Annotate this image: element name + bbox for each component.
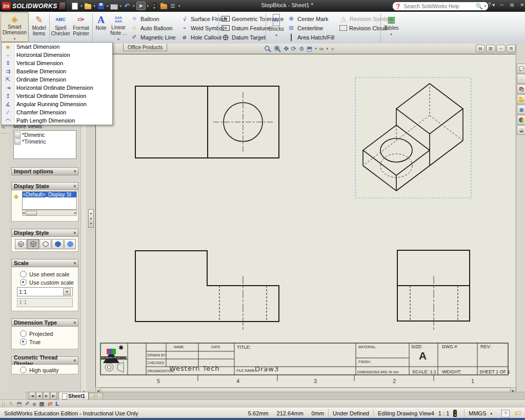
custom-scale-radio-icon[interactable] bbox=[20, 279, 27, 286]
display-style-icon[interactable]: ⬒ bbox=[307, 45, 312, 52]
new-document-icon[interactable] bbox=[71, 2, 79, 10]
view-option-dimetric[interactable]: *Dimetric bbox=[14, 131, 75, 138]
print-icon[interactable] bbox=[110, 2, 118, 10]
display-style-group-header[interactable]: Display Style « bbox=[11, 229, 78, 237]
high-quality-radio-icon[interactable] bbox=[20, 367, 27, 373]
tab-sheet1[interactable]: Sheet1 bbox=[58, 392, 89, 400]
menu-item-chamfer-dimension[interactable]: ∕ Chamfer Dimension bbox=[2, 108, 112, 116]
units-dropdown-icon[interactable]: ▴ bbox=[490, 411, 492, 415]
pan-icon[interactable]: ✥ bbox=[284, 45, 289, 52]
open-icon[interactable] bbox=[84, 2, 92, 10]
home-icon[interactable]: ⌂ bbox=[517, 74, 525, 84]
wireframe-style-button[interactable] bbox=[15, 239, 27, 249]
display-state-list[interactable]: <Default>_Display St bbox=[22, 191, 77, 210]
design-library-icon[interactable]: 📚 bbox=[517, 84, 525, 94]
select-tool-icon[interactable]: ➤ bbox=[136, 2, 146, 10]
menu-item-baseline-dimension[interactable]: ⇉ Baseline Dimension bbox=[2, 67, 112, 75]
add-sheet-tab[interactable]: 🗔 bbox=[89, 393, 103, 400]
surface-finish-button[interactable]: √Surface Finish bbox=[180, 14, 227, 23]
true-radio[interactable]: True bbox=[20, 338, 77, 345]
minimize-button[interactable]: ─ bbox=[497, 2, 506, 8]
shaded-with-edges-style-button[interactable] bbox=[52, 239, 64, 249]
model-items-button[interactable]: ✎ Model Items bbox=[30, 12, 48, 42]
custom-properties-icon[interactable]: ⬓ bbox=[517, 125, 525, 135]
trimetric-checkbox[interactable] bbox=[14, 138, 21, 145]
line-style-icon[interactable]: ≡ bbox=[33, 401, 36, 407]
view-palette-icon[interactable]: ▦ bbox=[517, 105, 525, 114]
hole-callout-button[interactable]: ⌀Hole Callout bbox=[180, 33, 221, 42]
menu-item-vertical-ordinate-dimension[interactable]: ↥ Vertical Ordinate Dimension bbox=[2, 92, 112, 100]
magnetic-line-button[interactable]: ✐Magnetic Line bbox=[130, 33, 176, 42]
search-input[interactable] bbox=[402, 3, 474, 10]
display-state-group-header[interactable]: Display State « bbox=[11, 182, 78, 190]
view-option-trimetric[interactable]: *Trimetric bbox=[14, 138, 75, 145]
menu-item-angular-running-dimension[interactable]: ∡ Angular Running Dimension bbox=[2, 100, 112, 108]
doc-layout2-icon[interactable]: ▥ bbox=[486, 45, 495, 52]
note-button[interactable]: A Note bbox=[93, 12, 109, 42]
line-color-icon[interactable]: ⬒ bbox=[16, 401, 22, 407]
tab-office-products[interactable]: Office Products bbox=[123, 44, 167, 51]
undo-icon[interactable]: ↶ bbox=[123, 2, 131, 10]
last-sheet-icon[interactable]: ▶| bbox=[50, 392, 57, 399]
use-custom-scale-radio[interactable]: Use custom scale bbox=[20, 279, 77, 286]
centerline-button[interactable]: ⊟Centerline bbox=[287, 24, 323, 32]
scale-combo-dropdown-icon[interactable]: ▾ bbox=[63, 288, 71, 295]
sheet-scale-radio-icon[interactable] bbox=[20, 271, 27, 277]
save-icon[interactable] bbox=[97, 2, 105, 10]
format-painter-button[interactable]: ✑ Format Painter bbox=[71, 12, 91, 42]
spell-checker-button[interactable]: ABC Spell Checker bbox=[50, 12, 71, 42]
area-hatch-button[interactable]: Area Hatch/Fill bbox=[287, 33, 334, 42]
prev-sheet-icon[interactable]: ◀ bbox=[36, 392, 43, 399]
shaded-style-button[interactable] bbox=[64, 239, 76, 249]
doc-restore-button[interactable]: ⧉ bbox=[507, 45, 516, 52]
drawing-sheet-canvas[interactable]: ✱ 3RD ANGLE PROJECTION NAME DATE TITLE: … bbox=[95, 54, 515, 388]
rotate-view-icon[interactable]: ⟳ bbox=[291, 45, 296, 52]
menu-item-ordinate-dimension[interactable]: ⇱ Ordinate Dimension bbox=[2, 75, 112, 84]
center-mark-button[interactable]: ⊕Center Mark bbox=[287, 14, 329, 23]
first-sheet-icon[interactable]: |◀ bbox=[29, 392, 35, 399]
appearances-icon[interactable] bbox=[517, 115, 525, 125]
more-views-listbox[interactable]: *Dimetric *Trimetric bbox=[13, 130, 76, 159]
hide-show-dropdown-icon[interactable]: ▾ bbox=[326, 47, 328, 51]
cosmetic-thread-group-header[interactable]: Cosmetic Thread Display « bbox=[11, 356, 78, 365]
datum-feature-button[interactable]: ADatum Feature bbox=[221, 24, 269, 32]
file-explorer-icon[interactable] bbox=[517, 94, 525, 104]
search-icon[interactable]: 🔍 bbox=[476, 3, 483, 10]
weld-symbol-button[interactable]: ⌁Weld Symbol bbox=[180, 24, 224, 32]
display-state-hscrollbar[interactable]: ◀ ▶ bbox=[22, 210, 77, 216]
hidden-lines-visible-style-button[interactable] bbox=[27, 239, 39, 249]
search-dropdown-icon[interactable]: ▾ bbox=[484, 4, 486, 8]
quick-tips-icon[interactable]: ? bbox=[501, 410, 510, 417]
projected-radio[interactable]: Projected bbox=[20, 330, 77, 337]
help-menu-icon[interactable]: ? ▾ bbox=[487, 2, 496, 8]
file-properties-icon[interactable] bbox=[159, 2, 168, 10]
color-display-mode-icon[interactable]: ⇄ bbox=[48, 401, 52, 407]
true-radio-icon[interactable] bbox=[20, 338, 27, 345]
zoom-area-icon[interactable] bbox=[274, 45, 281, 52]
high-quality-radio[interactable]: High quality bbox=[20, 367, 77, 373]
zoom-fit-icon[interactable] bbox=[264, 45, 271, 52]
rebuild-traffic-light-icon[interactable] bbox=[150, 2, 158, 10]
datum-target-button[interactable]: ⨁Datum Target bbox=[221, 33, 266, 42]
blocks-button[interactable]: A Blocks ▾ bbox=[267, 12, 286, 42]
close-button[interactable]: ✕ bbox=[518, 2, 525, 8]
line-thickness-icon[interactable]: ✐ bbox=[25, 401, 30, 407]
menu-item-horizontal-dimension[interactable]: ⇔ Horizontal Dimension bbox=[2, 51, 112, 59]
help-search-box[interactable]: ❓ 🔍 ▾ bbox=[392, 2, 489, 11]
import-options-group-header[interactable]: Import options « bbox=[11, 167, 78, 175]
hide-show-edges-icon[interactable]: ▦ bbox=[39, 401, 44, 407]
balloon-button[interactable]: ⌾Balloon bbox=[130, 14, 159, 23]
use-sheet-scale-radio[interactable]: Use sheet scale bbox=[20, 271, 77, 277]
units-selector[interactable]: MMGS ▴ bbox=[464, 409, 496, 417]
hide-show-items-icon[interactable]: ∞ bbox=[319, 45, 324, 52]
tag-icon[interactable]: 🏷 bbox=[515, 410, 521, 417]
solidworks-resources-icon[interactable]: 💬 bbox=[517, 64, 525, 73]
restore-button[interactable]: ⧉ bbox=[508, 2, 516, 8]
smart-dimension-dropdown-icon[interactable]: ▾ bbox=[14, 36, 16, 42]
doc-layout-icon[interactable]: ▤ bbox=[476, 45, 485, 52]
display-style-dropdown-icon[interactable]: ▾ bbox=[315, 47, 317, 51]
options-icon[interactable]: ☰ bbox=[169, 2, 177, 10]
toolbar-grip[interactable] bbox=[2, 401, 5, 407]
projected-radio-icon[interactable] bbox=[20, 330, 27, 337]
hscroll-thumb[interactable] bbox=[26, 211, 37, 215]
